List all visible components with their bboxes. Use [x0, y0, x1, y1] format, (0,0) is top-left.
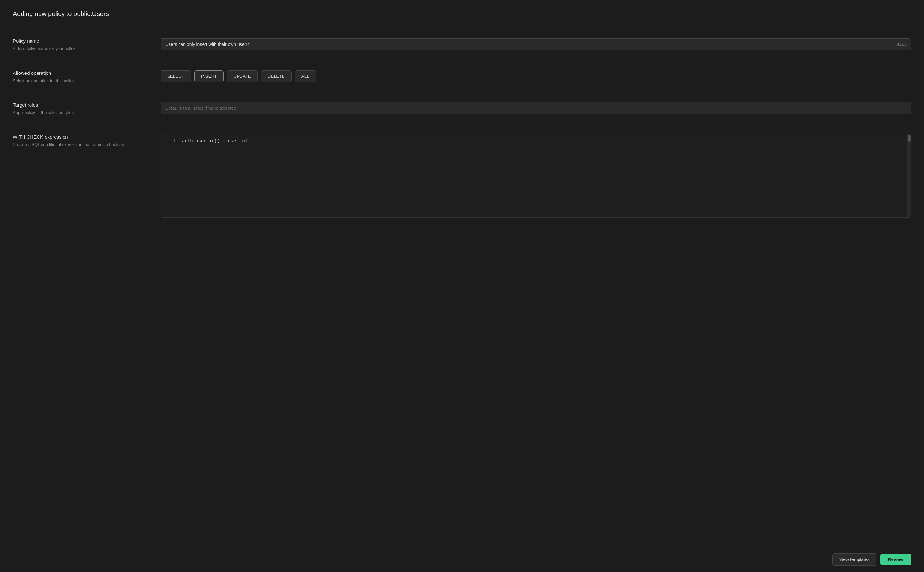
allowed-operation-left: Allowed operation Select an operation fo…	[13, 70, 148, 84]
footer: View templates Review	[0, 547, 924, 572]
allowed-operation-section: Allowed operation Select an operation fo…	[13, 61, 911, 93]
view-templates-button[interactable]: View templates	[832, 553, 876, 566]
operation-all-button[interactable]: ALL	[295, 70, 316, 82]
code-line-1: 1 auth.user_id() = user_id	[161, 135, 911, 147]
target-roles-right	[160, 102, 911, 116]
with-check-description: Provide a SQL conditional expression tha…	[13, 141, 148, 148]
target-roles-description: Apply policy to the selected roles	[13, 109, 148, 116]
policy-name-label: Policy name	[13, 38, 148, 44]
target-roles-label: Target roles	[13, 102, 148, 107]
policy-name-section: Policy name A descriptive name for your …	[13, 29, 911, 61]
line-code-1: auth.user_id() = user_id	[182, 138, 247, 143]
policy-name-input[interactable]	[160, 38, 911, 50]
allowed-operation-label: Allowed operation	[13, 70, 148, 76]
page-title: Adding new policy to public.Users	[13, 10, 911, 18]
operation-select-button[interactable]: SELECT	[160, 70, 191, 82]
scrollbar-thumb	[908, 135, 910, 141]
policy-name-left: Policy name A descriptive name for your …	[13, 38, 148, 52]
with-check-right: 1 auth.user_id() = user_id	[160, 134, 911, 538]
code-editor[interactable]: 1 auth.user_id() = user_id	[160, 134, 911, 218]
operation-insert-button[interactable]: INSERT	[194, 70, 224, 82]
operation-update-button[interactable]: UPDATE	[227, 70, 258, 82]
policy-name-wrapper: 43/63	[160, 38, 911, 50]
policy-name-description: A descriptive name for your policy	[13, 45, 148, 52]
target-roles-section: Target roles Apply policy to the selecte…	[13, 93, 911, 125]
with-check-label: WITH CHECK expression	[13, 134, 148, 140]
with-check-left: WITH CHECK expression Provide a SQL cond…	[13, 134, 148, 538]
target-roles-left: Target roles Apply policy to the selecte…	[13, 102, 148, 116]
review-button[interactable]: Review	[880, 554, 911, 565]
with-check-section: WITH CHECK expression Provide a SQL cond…	[13, 125, 911, 547]
policy-name-char-count: 43/63	[897, 42, 907, 47]
allowed-operation-description: Select an operation for this policy	[13, 78, 148, 84]
line-number-1: 1	[166, 138, 176, 143]
allowed-operation-right: SELECT INSERT UPDATE DELETE ALL	[160, 70, 911, 84]
policy-name-right: 43/63	[160, 38, 911, 52]
scrollbar[interactable]	[907, 135, 911, 217]
operation-delete-button[interactable]: DELETE	[261, 70, 291, 82]
target-roles-input[interactable]	[160, 102, 911, 114]
page-container: Adding new policy to public.Users Policy…	[0, 0, 924, 547]
operation-buttons: SELECT INSERT UPDATE DELETE ALL	[160, 70, 316, 82]
